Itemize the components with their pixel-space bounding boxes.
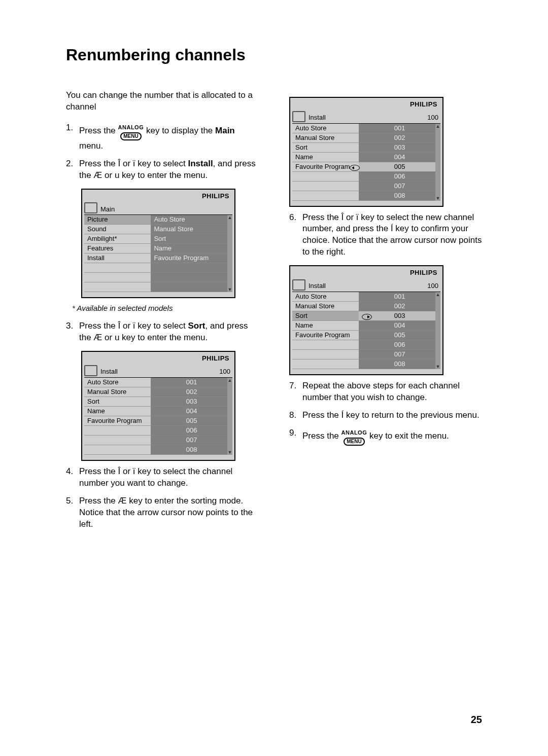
list-item-selected: 003: [359, 311, 440, 321]
list-item: Auto Store: [151, 215, 232, 225]
step-9: 9. Press the ANALOG MENU key to exit the…: [289, 427, 482, 446]
osd-right-list: Auto Store Manual Store Sort Name Favour…: [151, 215, 232, 292]
list-item: Favourite Program: [84, 416, 151, 426]
list-item: Sort: [292, 311, 359, 321]
step-2: 2. Press the Î or ï key to select Instal…: [66, 158, 259, 182]
scrollbar: ▲▼: [227, 215, 232, 292]
menu-key-icon: ANALOG MENU: [341, 427, 367, 446]
list-item: 003: [151, 397, 232, 407]
list-item: 001: [151, 378, 232, 387]
list-item: 004: [359, 153, 440, 162]
osd-left-list: Picture Sound Ambilight* Features Instal…: [84, 215, 151, 292]
list-item: Manual Store: [292, 133, 359, 143]
cursor-right-icon: [362, 312, 372, 320]
list-item: 008: [359, 359, 440, 369]
tv-icon: [292, 111, 305, 122]
list-item: Sort: [84, 397, 151, 407]
osd-main-menu: PHILIPS Main Picture Sound Ambilight* Fe…: [81, 189, 235, 299]
osd-left-list: Auto Store Manual Store Sort Name Favour…: [292, 292, 359, 369]
footnote: * Available in selected models: [72, 303, 259, 313]
scrollbar: ▲▼: [435, 292, 440, 369]
list-item: Features: [84, 244, 151, 254]
osd-install-menu-3: PHILIPS Install 100 Auto Store Manual St…: [289, 265, 443, 375]
list-item: Auto Store: [292, 292, 359, 302]
list-item: Auto Store: [84, 378, 151, 387]
osd-install-menu-1: PHILIPS Install 100 Auto Store Manual St…: [81, 351, 235, 461]
osd-left-list: Auto Store Manual Store Sort Name Favour…: [292, 124, 359, 201]
brand-logo: PHILIPS: [82, 190, 234, 201]
list-item: 001: [359, 124, 440, 133]
list-item: 004: [151, 407, 232, 416]
cursor-left-icon: [350, 163, 360, 171]
list-item: 007: [359, 182, 440, 191]
brand-logo: PHILIPS: [290, 98, 442, 109]
page-title: Renumbering channels: [66, 46, 482, 64]
brand-logo: PHILIPS: [82, 352, 234, 363]
list-item: Sort: [292, 143, 359, 153]
list-item: 005: [151, 416, 232, 426]
tv-icon: [292, 279, 305, 291]
list-item: 005: [359, 331, 440, 340]
osd-left-list: Auto Store Manual Store Sort Name Favour…: [84, 378, 151, 455]
intro-text: You can change the number that is alloca…: [66, 90, 259, 113]
list-item: Sort: [151, 234, 232, 244]
list-item: Name: [151, 244, 232, 254]
tv-icon: [84, 365, 97, 376]
list-item: 006: [359, 172, 440, 182]
list-item: 002: [359, 302, 440, 311]
list-item: 001: [359, 292, 440, 302]
step-1: 1. Press the ANALOG MENU key to display …: [66, 122, 259, 152]
osd-right-list: 001 002 003 004 005 006 007 008 ▲▼: [151, 378, 232, 455]
list-item: 004: [359, 321, 440, 331]
list-item: 003: [359, 143, 440, 153]
list-item: Picture: [84, 215, 151, 225]
osd-install-menu-2: PHILIPS Install 100 Auto Store Manual St…: [289, 97, 443, 207]
list-item: 007: [359, 350, 440, 359]
list-item: Manual Store: [151, 225, 232, 234]
list-item: Favourite Program: [151, 254, 232, 263]
step-8: 8. Press the Í key to return to the prev…: [289, 410, 482, 421]
scrollbar: ▲▼: [435, 124, 440, 201]
step-5: 5. Press the Æ key to enter the sorting …: [66, 495, 259, 530]
left-column: You can change the number that is alloca…: [66, 90, 259, 536]
list-item: 002: [151, 387, 232, 397]
list-item: 008: [359, 191, 440, 201]
osd-right-list: 001 002 003 004 005 006 007 008 ▲▼: [359, 292, 440, 369]
list-item: Name: [292, 321, 359, 331]
menu-key-icon: ANALOG MENU: [118, 122, 144, 140]
list-item: Name: [84, 407, 151, 416]
list-item: Favourite Program: [292, 331, 359, 340]
list-item: 002: [359, 133, 440, 143]
list-item: Install: [84, 254, 151, 263]
list-item: 006: [151, 426, 232, 436]
list-item: Ambilight*: [84, 234, 151, 244]
list-item: Name: [292, 153, 359, 162]
list-item: Favourite Program: [292, 162, 359, 172]
list-item: 007: [151, 436, 232, 445]
list-item: Manual Store: [292, 302, 359, 311]
list-item-selected: 005: [359, 162, 440, 172]
step-4: 4. Press the Î or ï key to select the ch…: [66, 466, 259, 489]
tv-icon: [84, 202, 97, 213]
list-item: 006: [359, 340, 440, 350]
right-column: PHILIPS Install 100 Auto Store Manual St…: [289, 90, 482, 536]
page-number: 25: [471, 714, 482, 726]
scrollbar: ▲▼: [227, 378, 232, 455]
brand-logo: PHILIPS: [290, 266, 442, 277]
list-item: Auto Store: [292, 124, 359, 133]
step-3: 3. Press the Î or ï key to select Sort, …: [66, 320, 259, 344]
step-7: 7. Repeat the above steps for each chann…: [289, 380, 482, 404]
list-item: 008: [151, 445, 232, 455]
step-6: 6. Press the Î or ï key to select the ne…: [289, 212, 482, 259]
osd-right-list: 001 002 003 004 005 006 007 008 ▲▼: [359, 124, 440, 201]
list-item: Manual Store: [84, 387, 151, 397]
list-item: Sound: [84, 225, 151, 234]
